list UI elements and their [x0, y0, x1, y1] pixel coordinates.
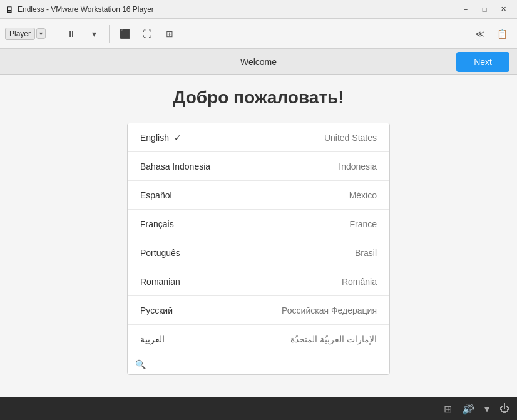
- language-name: Bahasa Indonesia: [140, 161, 210, 172]
- player-menu[interactable]: Player ▾: [5, 28, 46, 40]
- app-icon: 🖥: [5, 4, 14, 14]
- chevron-down-status-icon[interactable]: ▾: [484, 403, 489, 415]
- minimize-button[interactable]: −: [457, 3, 474, 16]
- notes-icon: 📋: [497, 29, 508, 39]
- network-icon[interactable]: ⊞: [444, 403, 452, 415]
- toolbar-separator-2: [109, 25, 110, 43]
- language-region: România: [342, 277, 377, 287]
- language-row[interactable]: Bahasa IndonesiaIndonesia: [128, 152, 389, 181]
- unity-icon: ⊞: [166, 29, 173, 39]
- fullscreen-icon: ⛶: [143, 29, 151, 39]
- language-name: Romanian: [140, 277, 180, 287]
- pause-button[interactable]: ⏸: [61, 25, 81, 43]
- notes-button[interactable]: 📋: [492, 25, 512, 43]
- toolbar: Player ▾ ⏸ ▾ ⬛ ⛶ ⊞ ≪ 📋: [0, 19, 517, 49]
- send-to-button[interactable]: ⬛: [115, 25, 135, 43]
- search-container: 🔍: [128, 354, 389, 374]
- language-row[interactable]: RomanianRomânia: [128, 267, 389, 296]
- toolbar-separator: [56, 25, 56, 43]
- back-icon: ≪: [475, 29, 484, 39]
- language-row[interactable]: EspañolMéxico: [128, 181, 389, 210]
- language-row[interactable]: PortuguêsBrasil: [128, 238, 389, 267]
- send-icon: ⬛: [120, 29, 130, 39]
- language-region: Российская Федерация: [282, 305, 377, 315]
- pause-icon: ⏸: [67, 29, 76, 39]
- language-row[interactable]: English ✓United States: [128, 123, 389, 152]
- language-list-container: English ✓United StatesBahasa IndonesiaIn…: [127, 123, 390, 375]
- language-name: Español: [140, 190, 172, 200]
- language-region: United States: [324, 133, 377, 143]
- fullscreen-button[interactable]: ⛶: [137, 25, 157, 43]
- vm-content: Добро пожаловать! English ✓United States…: [0, 75, 517, 397]
- language-region: Indonesia: [339, 161, 377, 172]
- language-region: الإمارات العربيّة المتحدّة: [290, 334, 377, 344]
- language-name: English ✓: [140, 133, 182, 143]
- language-region: France: [349, 219, 377, 229]
- toolbar-dropdown-button[interactable]: ▾: [84, 25, 104, 43]
- titlebar-controls: − □ ✕: [457, 3, 512, 16]
- power-icon[interactable]: ⏻: [499, 403, 509, 414]
- player-dropdown-arrow[interactable]: ▾: [36, 28, 46, 39]
- unity-button[interactable]: ⊞: [160, 25, 180, 43]
- language-region: Brasil: [355, 248, 377, 258]
- language-name: Français: [140, 219, 174, 229]
- back-button[interactable]: ≪: [469, 25, 489, 43]
- player-label: Player: [5, 28, 35, 40]
- language-name: Русский: [140, 305, 173, 315]
- statusbar: ⊞ 🔊 ▾ ⏻: [0, 397, 517, 420]
- language-check-icon: ✓: [174, 133, 182, 143]
- vm-header: Welcome Next: [0, 49, 517, 75]
- language-name: Português: [140, 248, 180, 258]
- language-row[interactable]: РусскийРоссийская Федерация: [128, 296, 389, 325]
- chevron-down-icon: ▾: [92, 29, 96, 39]
- titlebar-title: Endless - VMware Workstation 16 Player: [18, 5, 457, 14]
- language-region: México: [349, 190, 377, 200]
- toolbar-right: ≪ 📋: [469, 25, 512, 43]
- search-input[interactable]: [151, 359, 382, 369]
- language-row[interactable]: العربيةالإمارات العربيّة المتحدّة: [128, 325, 389, 354]
- language-row[interactable]: FrançaisFrance: [128, 210, 389, 238]
- maximize-button[interactable]: □: [476, 3, 493, 16]
- volume-icon[interactable]: 🔊: [462, 403, 474, 415]
- titlebar: 🖥 Endless - VMware Workstation 16 Player…: [0, 0, 517, 19]
- welcome-heading: Добро пожаловать!: [173, 88, 344, 108]
- language-name: العربية: [140, 334, 165, 344]
- vm-header-title: Welcome: [240, 57, 277, 67]
- next-button[interactable]: Next: [456, 52, 509, 72]
- search-icon: 🔍: [135, 359, 146, 369]
- close-button[interactable]: ✕: [494, 3, 512, 16]
